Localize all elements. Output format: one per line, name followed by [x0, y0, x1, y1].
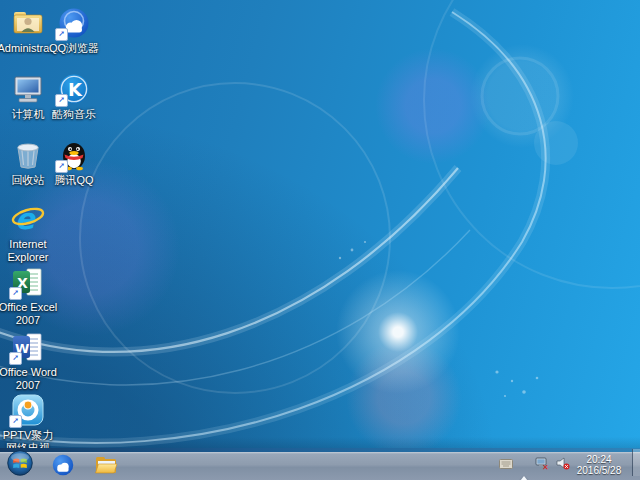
clock-time: 20:24: [570, 454, 628, 465]
shortcut-arrow-badge: ➚: [55, 160, 68, 173]
shortcut-arrow-badge: ➚: [55, 94, 68, 107]
desktop-icon-label: Office Excel 2007: [0, 301, 60, 327]
desktop-icon-office-excel-2007[interactable]: X ➚ Office Excel 2007: [0, 265, 60, 327]
taskbar-qq-browser-button[interactable]: [50, 453, 76, 479]
volume-muted-icon[interactable]: [556, 457, 570, 471]
desktop: Administra... 计算机 回收站: [0, 0, 640, 480]
desktop-icon-label: QQ浏览器: [42, 42, 106, 55]
desktop-icon-kugou-music[interactable]: K ➚ 酷狗音乐: [42, 72, 106, 121]
show-hidden-icons-arrow[interactable]: [520, 461, 528, 467]
clock-date: 2016/5/28: [570, 465, 628, 476]
svg-text:✕: ✕: [542, 463, 549, 470]
internet-explorer-icon: e: [10, 202, 46, 236]
desktop-icon-label: 酷狗音乐: [42, 108, 106, 121]
windows-start-orb-icon: [7, 450, 33, 476]
desktop-icon-label: Office Word 2007: [0, 366, 60, 392]
start-button[interactable]: [6, 450, 34, 478]
desktop-icon-pptv[interactable]: ➚ PPTV聚力 网络电视: [0, 393, 60, 455]
svg-text:K: K: [68, 79, 83, 100]
user-folder-icon: [11, 6, 45, 40]
taskbar-clock[interactable]: 20:24 2016/5/28: [570, 454, 628, 476]
taskbar: ✕ 20:24 2016/5/28: [0, 448, 640, 480]
desktop-icon-tencent-qq[interactable]: ➚ 腾讯QQ: [42, 138, 106, 187]
wallpaper-swirl-graphics: [0, 0, 640, 452]
desktop-icon-label: Internet Explorer: [0, 238, 60, 264]
desktop-icon-internet-explorer[interactable]: e Internet Explorer: [0, 202, 60, 264]
input-method-icon[interactable]: [499, 457, 513, 471]
recycle-bin-icon: [11, 138, 45, 172]
computer-icon: [11, 72, 45, 106]
desktop-icon-qq-browser[interactable]: ➚ QQ浏览器: [42, 6, 106, 55]
desktop-icon-label: 腾讯QQ: [42, 174, 106, 187]
network-disconnected-icon[interactable]: ✕: [535, 457, 549, 471]
svg-text:e: e: [15, 202, 37, 236]
desktop-icon-office-word-2007[interactable]: W ➚ Office Word 2007: [0, 330, 60, 392]
shortcut-arrow-badge: ➚: [9, 287, 22, 300]
shortcut-arrow-badge: ➚: [55, 28, 68, 41]
taskbar-explorer-button[interactable]: [93, 453, 119, 479]
system-tray: ✕: [499, 452, 570, 476]
shortcut-arrow-badge: ➚: [9, 415, 22, 428]
show-desktop-button[interactable]: [632, 449, 640, 476]
qq-browser-icon: [51, 453, 75, 477]
windows-explorer-folder-icon: [94, 453, 118, 477]
shortcut-arrow-badge: ➚: [9, 352, 22, 365]
